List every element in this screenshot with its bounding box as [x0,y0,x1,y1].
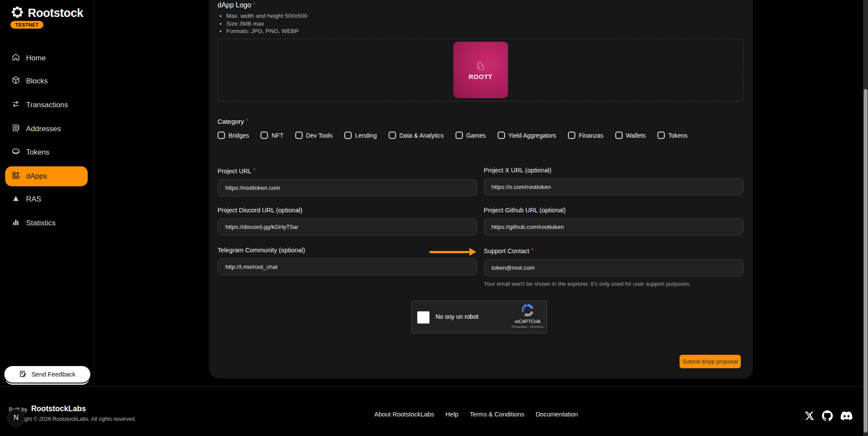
dapp-proposal-form-card: dApp Logo* Max. width and height 500x500… [209,0,753,378]
sidebar-item-label: Transactions [26,101,68,109]
project-github-url-label: Project Github URL (optional) [484,207,743,214]
chat-widget-bubble[interactable]: N [7,409,25,426]
logo-preview-text: ROOTT [469,73,492,80]
project-url-label: Project URL* [218,167,477,175]
recaptcha-widget: No soy un robot reCAPTCHA Privacidad - T… [411,301,547,334]
recaptcha-logo-icon [521,310,534,318]
sidebar-item-dapps[interactable]: dApps [5,166,88,186]
checkbox[interactable] [657,132,665,139]
submit-dapp-proposal-button[interactable]: Submit dApp proposal [680,355,741,368]
scrollbar-track[interactable] [863,0,868,436]
footer-link-help[interactable]: Help [446,411,459,418]
logo-requirements-list: Max. width and height 500x500 Size 3MB m… [226,12,307,35]
checkbox[interactable] [218,132,225,139]
project-x-url-field: Project X URL (optional) [484,167,743,195]
sidebar-item-label: RAS [26,195,41,204]
checkbox[interactable] [455,132,463,139]
sidebar-item-statistics[interactable]: Statistics [5,213,88,233]
footer-link-terms[interactable]: Terms & Conditions [470,411,525,418]
copyright-text: Copyright © 2026 RootstockLabs. All righ… [9,416,136,422]
checkbox[interactable] [389,132,396,139]
send-feedback-button[interactable]: Send Feedback [4,366,90,383]
sidebar-item-label: Statistics [26,219,56,228]
project-url-field: Project URL* [218,167,477,196]
home-icon [11,53,20,64]
checkbox[interactable] [295,132,303,139]
discord-icon[interactable] [841,410,852,423]
required-mark: * [253,167,255,174]
checkbox[interactable] [344,132,352,139]
feedback-note-icon [19,370,27,379]
category-option-yield-aggregators[interactable]: Yield Aggregators [498,132,556,139]
project-github-url-input[interactable] [484,218,743,235]
sidebar-item-ras[interactable]: RAS [5,189,88,209]
sidebar-item-addresses[interactable]: Addresses [5,119,88,139]
testnet-badge: TESTNET [10,21,43,29]
category-option-bridges[interactable]: Bridges [218,132,249,139]
github-icon[interactable] [822,410,833,423]
sidebar-item-tokens[interactable]: Tokens [5,142,88,162]
required-mark: * [246,117,248,124]
project-x-url-input[interactable] [484,178,743,195]
send-feedback-label: Send Feedback [31,371,76,378]
checkbox[interactable] [261,132,268,139]
sidebar-item-label: Tokens [26,148,50,157]
category-label: Category* [218,117,248,125]
logo-upload-dropzone[interactable]: ♘ ROOTT [218,39,743,101]
footer-link-about[interactable]: About RootstockLabs [374,411,434,418]
coin-icon [11,147,20,158]
footer-divider [0,386,868,386]
transfer-arrows-icon [11,99,20,111]
project-github-url-field: Project Github URL (optional) [484,207,743,235]
project-x-url-label: Project X URL (optional) [484,167,743,174]
triangle-icon [11,194,20,205]
logo-requirement: Size 3MB max [226,20,307,28]
contact-card-icon [11,123,20,135]
dapp-logo-label: dApp Logo* [218,1,255,9]
project-discord-url-field: Project Discord URL (optional) [218,207,477,235]
required-mark: * [253,1,255,8]
rootstock-flower-icon [10,5,24,21]
project-discord-url-label: Project Discord URL (optional) [218,207,477,214]
logo-preview[interactable]: ♘ ROOTT [453,42,508,98]
category-option-data-analytics[interactable]: Data & Analytics [389,132,444,139]
sidebar: Rootstock TESTNET Home Blocks Transactio… [0,0,94,386]
checkbox[interactable] [498,132,505,139]
x-twitter-icon[interactable] [804,411,814,423]
footer-link-documentation[interactable]: Documentation [535,411,578,418]
category-options: Bridges NFT Dev Tools Lending Data & Ana… [218,132,687,139]
category-option-wallets[interactable]: Wallets [615,132,646,139]
required-mark: * [531,247,533,254]
support-contact-helper-text: Your email won't be shown in the explore… [484,281,743,287]
sidebar-item-home[interactable]: Home [5,48,88,68]
project-discord-url-input[interactable] [218,218,477,235]
sidebar-item-label: Home [26,54,46,63]
support-contact-input[interactable] [484,259,743,276]
sidebar-item-transactions[interactable]: Transactions [5,95,88,115]
scrollbar-thumb[interactable] [864,89,868,433]
category-option-lending[interactable]: Lending [344,132,377,139]
sidebar-item-blocks[interactable]: Blocks [5,71,88,91]
footer-social-icons [804,410,852,423]
logo-requirement: Formats: JPG, PNG, WEBP [226,27,307,35]
category-option-nft[interactable]: NFT [261,132,283,139]
brand-name: Rootstock [28,7,83,20]
category-option-tokens[interactable]: Tokens [657,132,687,139]
bar-chart-icon [11,218,20,229]
recaptcha-brand: reCAPTCHA Privacidad - Términos [512,304,544,329]
support-contact-field: Support Contact* Your email won't be sho… [484,247,743,287]
category-option-dev-tools[interactable]: Dev Tools [295,132,333,139]
telegram-community-input[interactable] [218,258,477,275]
recaptcha-privacy-links[interactable]: Privacidad - Términos [512,325,544,329]
category-option-finanzas[interactable]: Finanzas [568,132,604,139]
company-name[interactable]: RootstockLabs [31,404,86,413]
checkbox[interactable] [615,132,623,139]
checkbox[interactable] [568,132,575,139]
brand-logo[interactable]: Rootstock [10,5,83,21]
category-option-games[interactable]: Games [455,132,486,139]
recaptcha-brand-text: reCAPTCHA [512,319,544,324]
annotation-arrow [429,248,476,256]
recaptcha-checkbox[interactable] [417,311,429,324]
footer-brand: Built by RootstockLabs Copyright © 2026 … [9,404,136,422]
project-url-input[interactable] [218,179,477,196]
